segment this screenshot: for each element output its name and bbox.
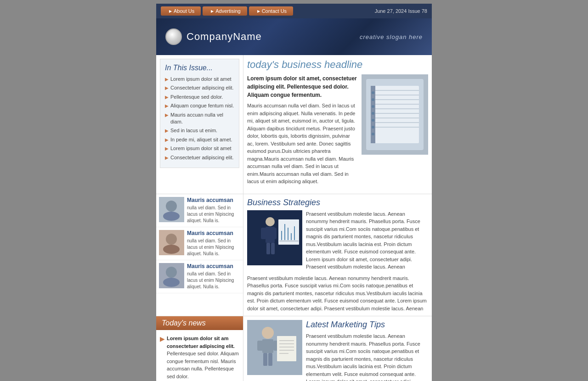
svg-point-16 [372, 112, 374, 115]
svg-point-22 [163, 212, 180, 221]
company-name: CompanyName [187, 31, 262, 43]
svg-rect-46 [257, 341, 264, 351]
list-item: ▶ Consectetuer adipiscing elit. [165, 84, 234, 91]
svg-rect-50 [277, 336, 296, 361]
headline-body: Mauris accumsan nulla vel diam. Sed in l… [247, 103, 355, 184]
bullet-icon: ▶ [160, 334, 165, 380]
mid-row: Mauris accumsan nulla vel diam. Sed in l… [156, 194, 432, 316]
svg-rect-32 [261, 228, 266, 239]
svg-point-27 [166, 267, 177, 278]
bullet-icon: ▶ [165, 146, 169, 152]
headline-bold: Lorem ipsum dolor sit amet, consectetuer… [247, 74, 357, 99]
contact-us-button[interactable]: Contact Us [249, 6, 293, 16]
business-strategies-content: Praesent vestibulum molestie lacus. Aene… [247, 210, 428, 271]
bullet-icon: ▶ [165, 103, 169, 109]
main-content: In This Issue... ▶ Lorem ipsum dolor sit… [156, 55, 432, 194]
marketing-tips-text: Praesent vestibulum molestie lacus. Aene… [306, 332, 428, 381]
svg-point-28 [163, 278, 180, 287]
marketing-tips-title: Latest Marketing Tips [306, 320, 428, 330]
small-article-content-3: Mauris accumsan nulla vel diam. Sed in l… [187, 263, 240, 290]
bullet-icon: ▶ [165, 94, 169, 101]
list-item: ▶ Lorem ipsum dolor sit amet [165, 145, 234, 152]
list-item: ▶ Sed in lacus ut enim. [165, 127, 234, 134]
svg-rect-34 [266, 243, 270, 254]
list-item: ▶ Consectetuer adipiscing elit. [165, 154, 234, 161]
top-navigation: About Us Advertising Contact Us June 27,… [156, 4, 432, 18]
small-article-content-2: Mauris accumsan nulla vel diam. Sed in l… [187, 230, 240, 257]
bullet-icon: ▶ [165, 112, 169, 118]
headline-title: today's business headline [247, 59, 428, 71]
svg-point-30 [266, 217, 275, 226]
svg-rect-49 [268, 353, 272, 366]
bullet-icon: ▶ [165, 85, 169, 91]
small-article-image-3 [159, 263, 184, 288]
issue-title: In This Issue... [165, 64, 234, 72]
svg-rect-33 [271, 228, 277, 239]
svg-point-13 [372, 91, 374, 94]
business-strategies-title: Business Strategies [247, 198, 428, 207]
svg-point-19 [372, 133, 374, 135]
logo-area: CompanyName [165, 28, 262, 45]
svg-point-21 [166, 201, 177, 212]
svg-point-18 [372, 126, 374, 129]
list-item: ▶ Aliquam congue fentum nisl. [165, 102, 234, 109]
headline-section: Lorem ipsum dolor sit amet, consectetuer… [247, 74, 428, 185]
content-area: today's business headline Lorem ipsum do… [243, 55, 432, 194]
list-item: ▶ Mauris accuan nulla vel diam. [165, 112, 234, 126]
small-article-content-1: Mauris accumsan nulla vel diam. Sed in l… [187, 197, 240, 224]
page-header: CompanyName creative slogan here [156, 18, 432, 55]
slogan: creative slogan here [360, 34, 423, 40]
svg-rect-45 [262, 339, 273, 353]
issue-date: June 27, 2024 Issue 78 [375, 8, 427, 14]
bullet-icon: ▶ [165, 155, 169, 161]
headline-image [362, 74, 428, 155]
bullet-icon: ▶ [165, 76, 169, 83]
todays-news-title: Today's news [156, 316, 243, 330]
business-strategies-text: Praesent vestibulum molestie lacus. Aene… [306, 210, 428, 271]
marketing-tips-image [247, 320, 302, 375]
svg-rect-48 [263, 353, 267, 366]
business-strategies-text2: Praesent vestibulum molestie lacus. Aene… [247, 275, 428, 313]
svg-point-14 [372, 98, 374, 101]
list-item: Mauris accumsan nulla vel diam. Sed in l… [156, 227, 243, 260]
sidebar: In This Issue... ▶ Lorem ipsum dolor sit… [156, 55, 243, 194]
in-this-issue-box: In This Issue... ▶ Lorem ipsum dolor sit… [160, 59, 239, 168]
marketing-tips-content: Latest Marketing Tips Praesent vestibulu… [247, 320, 428, 381]
list-item: ▶ Pellentesque sed dolor. [165, 94, 234, 101]
business-strategies-image [247, 210, 302, 265]
bullet-icon: ▶ [165, 128, 169, 134]
marketing-tips-right: Latest Marketing Tips Praesent vestibulu… [306, 320, 428, 381]
news-item-text-1: Lorem ipsum dolor sit am consectetuer ad… [167, 335, 239, 380]
bottom-row: Today's news ▶ Lorem ipsum dolor sit am … [156, 316, 432, 381]
list-item: ▶ In pede mi, aliquet sit amet. [165, 136, 234, 143]
svg-point-15 [372, 105, 374, 108]
marketing-tips-section: Latest Marketing Tips Praesent vestibulu… [243, 316, 432, 381]
business-strategies-section: Business Strategies [243, 194, 432, 316]
about-us-button[interactable]: About Us [161, 6, 201, 16]
bullet-icon: ▶ [165, 137, 169, 143]
svg-point-25 [163, 245, 180, 254]
svg-point-24 [166, 234, 177, 245]
list-item: ▶ Lorem ipsum dolor sit amet [165, 76, 234, 83]
small-article-image-2 [159, 230, 184, 255]
list-item: Mauris accumsan nulla vel diam. Sed in l… [156, 260, 243, 293]
svg-point-44 [262, 327, 274, 339]
news-sidebar: Today's news ▶ Lorem ipsum dolor sit am … [156, 316, 243, 381]
headline-text: Lorem ipsum dolor sit amet, consectetuer… [247, 74, 357, 185]
list-item: ▶ Lorem ipsum dolor sit am consectetuer … [156, 333, 243, 381]
small-articles: Mauris accumsan nulla vel diam. Sed in l… [156, 194, 243, 316]
list-item: Mauris accumsan nulla vel diam. Sed in l… [156, 194, 243, 227]
svg-point-17 [372, 119, 374, 122]
small-article-image-1 [159, 197, 184, 222]
logo-circle [165, 28, 182, 45]
svg-rect-35 [271, 243, 275, 254]
svg-rect-2 [371, 86, 419, 143]
advertising-button[interactable]: Advertising [203, 6, 247, 16]
